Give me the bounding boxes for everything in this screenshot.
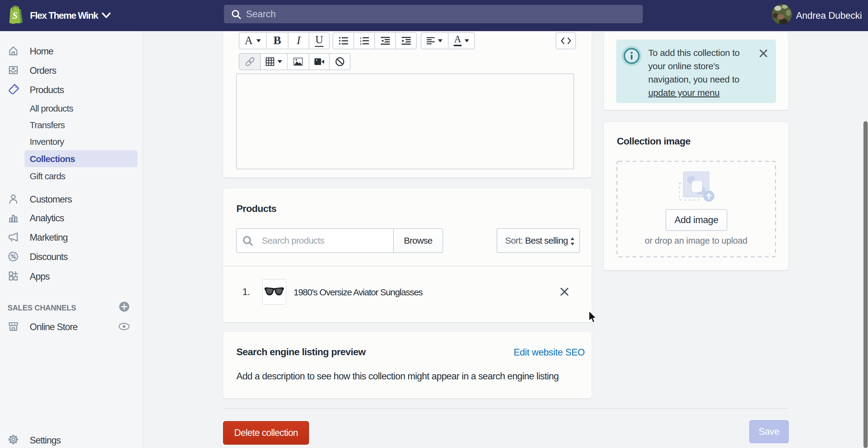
svg-text:1: 1 [360,37,361,40]
svg-text:3: 3 [360,43,361,45]
svg-text:2: 2 [360,40,361,43]
svg-text:S: S [12,10,18,21]
